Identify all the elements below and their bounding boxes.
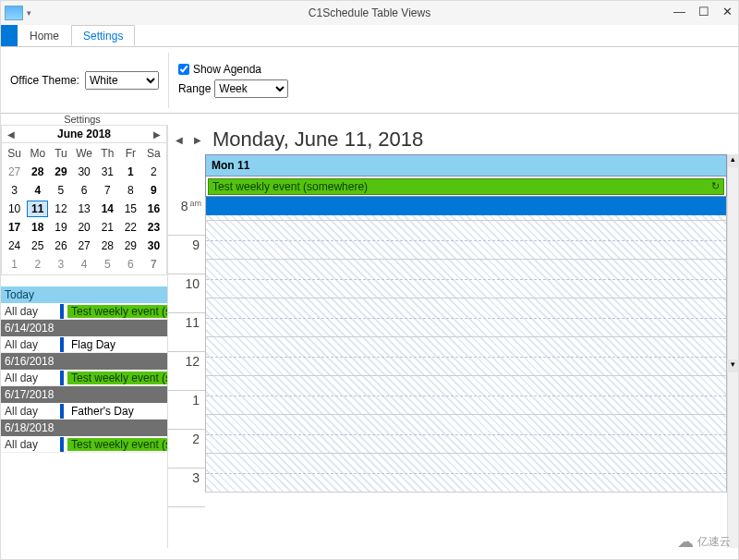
left-pane: ◀ June 2018 ▶ SuMoTuWeThFrSa272829303112… xyxy=(1,125,167,548)
prev-month-icon[interactable]: ◀ xyxy=(7,129,15,140)
time-slot[interactable] xyxy=(205,376,727,415)
calendar-day[interactable]: 5 xyxy=(97,256,118,273)
calendar-day[interactable]: 15 xyxy=(120,201,141,217)
time-slot[interactable] xyxy=(205,415,727,454)
event-color-bar xyxy=(60,404,64,419)
calendar-day[interactable]: 27 xyxy=(4,164,25,180)
tab-settings[interactable]: Settings xyxy=(71,25,135,46)
calendar-day[interactable]: 8 xyxy=(120,182,141,199)
agenda-event-row[interactable]: All day Father's Day xyxy=(1,403,167,420)
agenda-event-text: Flag Day xyxy=(67,338,167,351)
agenda-today-header[interactable]: Today xyxy=(1,286,167,303)
calendar-day[interactable]: 3 xyxy=(4,182,25,199)
calendar-day[interactable]: 2 xyxy=(143,164,164,180)
calendar-day[interactable]: 24 xyxy=(4,237,25,254)
calendar-day[interactable]: 4 xyxy=(73,256,94,273)
calendar-day[interactable]: 23 xyxy=(143,219,164,236)
scroll-up-icon[interactable]: ▴ xyxy=(728,154,738,167)
calendar-day[interactable]: 18 xyxy=(27,219,48,236)
calendar-day[interactable]: 22 xyxy=(120,219,141,236)
calendar-day[interactable]: 30 xyxy=(143,237,164,254)
calendar-day[interactable]: 11 xyxy=(27,201,48,217)
time-label: 8am xyxy=(168,197,205,236)
minimize-button[interactable]: — xyxy=(673,5,685,18)
time-slot[interactable] xyxy=(205,260,727,298)
calendar-day[interactable]: 2 xyxy=(27,256,48,273)
next-day-icon[interactable]: ▶ xyxy=(194,135,201,145)
time-slot[interactable] xyxy=(205,197,727,221)
calendar-day[interactable]: 12 xyxy=(50,201,71,217)
agenda-event-row[interactable]: All day Test weekly event (somewhere) xyxy=(1,303,167,320)
calendar-day[interactable]: 13 xyxy=(73,201,94,217)
agenda-date-header[interactable]: 6/16/2018 xyxy=(1,353,167,370)
calendar-day[interactable]: 7 xyxy=(97,182,118,199)
agenda-event-text: Test weekly event (somewhere) xyxy=(67,371,167,384)
time-label: 11 xyxy=(168,313,205,352)
calendar-day[interactable]: 27 xyxy=(73,237,94,254)
calendar-day[interactable]: 14 xyxy=(97,201,118,217)
agenda-event-row[interactable]: All day Test weekly event (somewhere) xyxy=(1,370,167,386)
close-button[interactable]: ✕ xyxy=(722,5,733,18)
calendar-day[interactable]: 3 xyxy=(50,256,71,273)
prev-day-icon[interactable]: ◀ xyxy=(176,135,183,145)
calendar-day[interactable]: 28 xyxy=(27,164,48,180)
selected-slot[interactable] xyxy=(206,197,726,215)
calendar-day[interactable]: 6 xyxy=(120,256,141,273)
ribbon-body: Office Theme: White Show Agenda Range We… xyxy=(1,47,738,114)
time-label: 9 xyxy=(168,236,205,274)
event-color-bar xyxy=(60,437,64,452)
allday-event[interactable]: Test weekly event (somewhere) ↻ xyxy=(208,178,724,195)
tab-home[interactable]: Home xyxy=(18,25,71,46)
calendar-day[interactable]: 7 xyxy=(143,256,164,273)
next-month-icon[interactable]: ▶ xyxy=(153,129,161,140)
allday-row[interactable]: Test weekly event (somewhere) ↻ xyxy=(205,177,727,197)
calendar-day[interactable]: 29 xyxy=(50,164,71,180)
calendar-day[interactable]: 31 xyxy=(97,164,118,180)
range-select[interactable]: Week xyxy=(214,79,288,98)
calendar-day[interactable]: 25 xyxy=(27,237,48,254)
day-column-header[interactable]: Mon 11 xyxy=(205,154,727,177)
agenda-event-row[interactable]: All day Flag Day xyxy=(1,336,167,353)
agenda-date-header[interactable]: 6/14/2018 xyxy=(1,320,167,336)
calendar-day[interactable]: 16 xyxy=(143,201,164,217)
time-slot[interactable] xyxy=(205,337,727,376)
ribbon-tabs: Home Settings xyxy=(1,25,738,47)
ribbon-group-label: Settings xyxy=(1,114,167,125)
calendar-day[interactable]: 10 xyxy=(4,201,25,217)
time-ruler: 8am9101112123 xyxy=(168,197,205,548)
calendar-day[interactable]: 30 xyxy=(73,164,94,180)
calendar-day[interactable]: 28 xyxy=(97,237,118,254)
calendar-day[interactable]: 19 xyxy=(50,219,71,236)
show-agenda-checkbox[interactable] xyxy=(178,64,189,75)
calendar-day[interactable]: 1 xyxy=(4,256,25,273)
time-slot[interactable] xyxy=(205,221,727,260)
vertical-scrollbar[interactable]: ▴ ▾ xyxy=(727,154,738,548)
agenda-date-header[interactable]: 6/17/2018 xyxy=(1,386,167,403)
calendar-day[interactable]: 6 xyxy=(73,182,94,199)
qat-dropdown-icon[interactable]: ▾ xyxy=(27,8,31,18)
theme-label: Office Theme: xyxy=(10,74,79,87)
calendar-day[interactable]: 20 xyxy=(73,219,94,236)
agenda-event-text: Test weekly event (somewhere) xyxy=(67,305,167,318)
theme-select[interactable]: White xyxy=(85,71,159,90)
agenda-date-header[interactable]: 6/18/2018 xyxy=(1,420,167,436)
calendar-day[interactable]: 1 xyxy=(120,164,141,180)
agenda-allday-label: All day xyxy=(1,338,60,351)
calendar-day[interactable]: 29 xyxy=(120,237,141,254)
event-color-bar xyxy=(60,337,64,352)
calendar-day[interactable]: 17 xyxy=(4,219,25,236)
calendar-day[interactable]: 26 xyxy=(50,237,71,254)
calendar-day[interactable]: 9 xyxy=(143,182,164,199)
calendar-day[interactable]: 21 xyxy=(97,219,118,236)
scroll-dn-icon[interactable]: ▾ xyxy=(727,359,738,372)
file-tab[interactable] xyxy=(1,25,18,46)
calendar-day[interactable]: 5 xyxy=(50,182,71,199)
cloud-icon: ☁ xyxy=(677,531,694,552)
calendar-day[interactable]: 4 xyxy=(27,182,48,199)
agenda-event-row[interactable]: All day Test weekly event (somewhere) xyxy=(1,436,167,453)
time-slot[interactable] xyxy=(205,454,727,493)
time-slots[interactable] xyxy=(205,197,727,548)
time-slot[interactable] xyxy=(205,298,727,337)
maximize-button[interactable]: ☐ xyxy=(698,5,709,18)
mini-calendar[interactable]: SuMoTuWeThFrSa27282930311234567891011121… xyxy=(1,143,167,275)
